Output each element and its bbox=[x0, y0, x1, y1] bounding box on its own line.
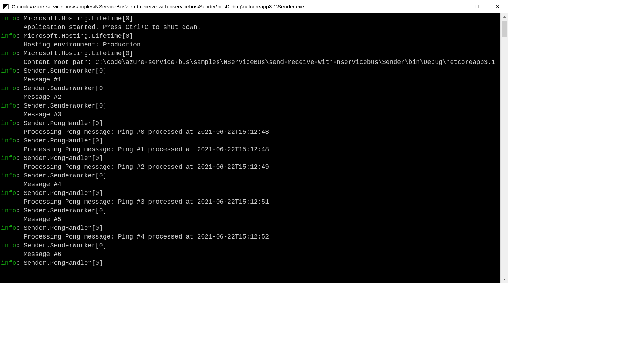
log-level: info bbox=[1, 85, 16, 92]
scroll-track[interactable] bbox=[501, 21, 508, 275]
log-level: info bbox=[1, 137, 16, 144]
log-source: : Sender.SenderWorker[0] bbox=[16, 207, 107, 214]
log-entry-body: Processing Pong message: Ping #2 process… bbox=[1, 163, 500, 171]
log-entry-header: info: Sender.SenderWorker[0] bbox=[1, 84, 500, 93]
maximize-button[interactable]: ☐ bbox=[466, 0, 487, 13]
titlebar[interactable]: C:\code\azure-service-bus\samples\NServi… bbox=[0, 0, 508, 13]
log-entry-body: Processing Pong message: Ping #3 process… bbox=[1, 198, 500, 206]
log-level: info bbox=[1, 32, 16, 39]
log-source: : Sender.SenderWorker[0] bbox=[16, 67, 107, 74]
console-area: info: Microsoft.Hosting.Lifetime[0] Appl… bbox=[0, 13, 508, 283]
log-source: : Sender.PongHandler[0] bbox=[16, 225, 103, 232]
log-level: info bbox=[1, 155, 16, 162]
log-level: info bbox=[1, 15, 16, 22]
log-entry-header: info: Microsoft.Hosting.Lifetime[0] bbox=[1, 32, 500, 41]
log-source: : Microsoft.Hosting.Lifetime[0] bbox=[16, 50, 133, 57]
log-entry-body: Content root path: C:\code\azure-service… bbox=[1, 58, 500, 67]
log-entry-header: info: Sender.SenderWorker[0] bbox=[1, 171, 500, 180]
log-entry-body: Message #2 bbox=[1, 93, 500, 102]
chevron-down-icon: ⏷ bbox=[503, 277, 506, 281]
minimize-icon: — bbox=[453, 4, 458, 9]
log-level: info bbox=[1, 120, 16, 127]
log-entry-header: info: Sender.PongHandler[0] bbox=[1, 224, 500, 233]
log-entry-header: info: Sender.PongHandler[0] bbox=[1, 137, 500, 145]
app-icon bbox=[3, 4, 9, 9]
close-button[interactable]: ✕ bbox=[487, 0, 508, 13]
log-level: info bbox=[1, 207, 16, 214]
log-entry-header: info: Sender.SenderWorker[0] bbox=[1, 241, 500, 250]
log-source: : Sender.SenderWorker[0] bbox=[16, 85, 107, 92]
log-source: : Sender.SenderWorker[0] bbox=[16, 172, 107, 179]
log-source: : Sender.SenderWorker[0] bbox=[16, 242, 107, 249]
log-entry-body: Processing Pong message: Ping #0 process… bbox=[1, 128, 500, 137]
log-level: info bbox=[1, 190, 16, 197]
log-entry-body: Processing Pong message: Ping #4 process… bbox=[1, 233, 500, 241]
log-entry-header: info: Sender.SenderWorker[0] bbox=[1, 102, 500, 110]
log-source: : Sender.PongHandler[0] bbox=[16, 190, 103, 197]
console-window: C:\code\azure-service-bus\samples\NServi… bbox=[0, 0, 508, 283]
window-title: C:\code\azure-service-bus\samples\NServi… bbox=[12, 3, 445, 9]
log-source: : Sender.PongHandler[0] bbox=[16, 120, 103, 127]
maximize-icon: ☐ bbox=[475, 4, 479, 9]
log-source: : Sender.PongHandler[0] bbox=[16, 155, 103, 162]
log-entry-body: Message #1 bbox=[1, 75, 500, 84]
log-entry-header: info: Sender.PongHandler[0] bbox=[1, 259, 500, 268]
log-entry-header: info: Microsoft.Hosting.Lifetime[0] bbox=[1, 49, 500, 58]
log-source: : Sender.PongHandler[0] bbox=[16, 137, 103, 144]
log-entry-header: info: Sender.SenderWorker[0] bbox=[1, 206, 500, 215]
scroll-thumb[interactable] bbox=[502, 21, 507, 37]
log-entry-header: info: Microsoft.Hosting.Lifetime[0] bbox=[1, 14, 500, 23]
log-entry-body: Message #5 bbox=[1, 215, 500, 224]
log-entry-body: Processing Pong message: Ping #1 process… bbox=[1, 145, 500, 154]
log-level: info bbox=[1, 259, 16, 266]
log-entry-header: info: Sender.PongHandler[0] bbox=[1, 189, 500, 198]
log-level: info bbox=[1, 102, 16, 109]
close-icon: ✕ bbox=[496, 4, 500, 9]
log-entry-body: Message #3 bbox=[1, 110, 500, 119]
log-entry-header: info: Sender.SenderWorker[0] bbox=[1, 67, 500, 75]
log-entry-body: Hosting environment: Production bbox=[1, 41, 500, 49]
log-source: : Microsoft.Hosting.Lifetime[0] bbox=[16, 32, 133, 39]
log-level: info bbox=[1, 242, 16, 249]
log-entry-header: info: Sender.PongHandler[0] bbox=[1, 119, 500, 128]
log-entry-header: info: Sender.PongHandler[0] bbox=[1, 154, 500, 163]
vertical-scrollbar[interactable]: ⏶ ⏷ bbox=[500, 13, 508, 283]
chevron-up-icon: ⏶ bbox=[503, 15, 506, 19]
log-entry-body: Application started. Press Ctrl+C to shu… bbox=[1, 23, 500, 32]
console-output[interactable]: info: Microsoft.Hosting.Lifetime[0] Appl… bbox=[0, 13, 500, 283]
scroll-down-button[interactable]: ⏷ bbox=[501, 275, 508, 283]
log-entry-body: Message #4 bbox=[1, 180, 500, 189]
log-source: : Sender.SenderWorker[0] bbox=[16, 102, 107, 109]
log-source: : Microsoft.Hosting.Lifetime[0] bbox=[16, 15, 133, 22]
log-entry-body: Message #6 bbox=[1, 250, 500, 259]
scroll-up-button[interactable]: ⏶ bbox=[501, 13, 508, 21]
window-controls: — ☐ ✕ bbox=[445, 0, 508, 13]
log-level: info bbox=[1, 225, 16, 232]
log-level: info bbox=[1, 67, 16, 74]
minimize-button[interactable]: — bbox=[445, 0, 466, 13]
log-level: info bbox=[1, 50, 16, 57]
log-level: info bbox=[1, 172, 16, 179]
log-source: : Sender.PongHandler[0] bbox=[16, 259, 103, 266]
